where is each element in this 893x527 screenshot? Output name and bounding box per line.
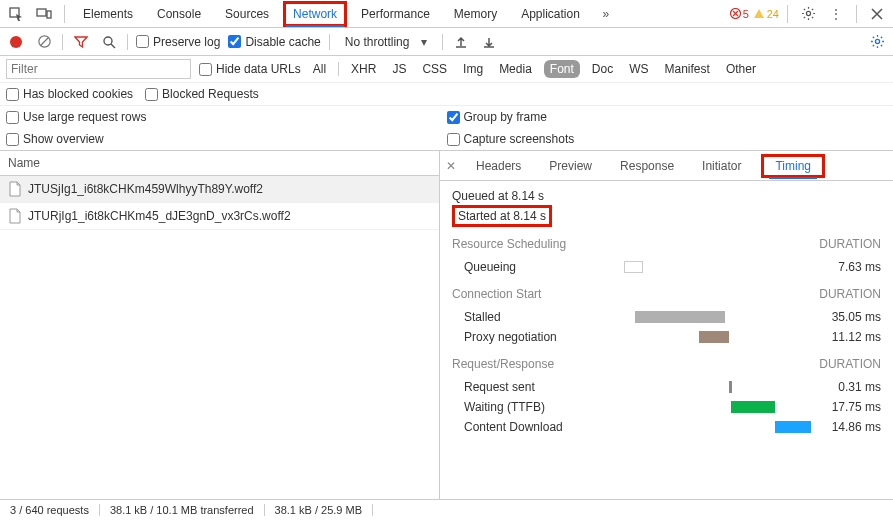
filter-type-css[interactable]: CSS bbox=[418, 60, 451, 78]
timing-row: Queueing7.63 ms bbox=[452, 257, 881, 277]
table-row[interactable]: JTUSjIg1_i6t8kCHKm459WlhyyTh89Y.woff2 bbox=[0, 176, 439, 203]
disable-cache-checkbox[interactable]: Disable cache bbox=[228, 35, 320, 49]
chevron-down-icon: ▾ bbox=[421, 35, 427, 49]
preserve-log-checkbox[interactable]: Preserve log bbox=[136, 35, 220, 49]
detail-tabbar: ✕ Headers Preview Response Initiator Tim… bbox=[440, 151, 893, 181]
hide-data-urls-checkbox[interactable]: Hide data URLs bbox=[199, 62, 301, 76]
download-har-icon[interactable] bbox=[479, 32, 499, 52]
filter-type-img[interactable]: Img bbox=[459, 60, 487, 78]
clear-icon[interactable] bbox=[34, 32, 54, 52]
extra-opts-row: Use large request rows Show overview Gro… bbox=[0, 106, 893, 151]
svg-rect-1 bbox=[37, 9, 46, 16]
timing-panel: Queued at 8.14 s Started at 8.14 s Resou… bbox=[440, 181, 893, 499]
close-details-icon[interactable]: ✕ bbox=[446, 159, 456, 173]
tab-application[interactable]: Application bbox=[511, 1, 590, 27]
filter-type-media[interactable]: Media bbox=[495, 60, 536, 78]
throttling-select[interactable]: No throttling ▾ bbox=[338, 32, 435, 52]
timing-row: Waiting (TTFB)17.75 ms bbox=[452, 397, 881, 417]
filter-type-font[interactable]: Font bbox=[544, 60, 580, 78]
record-button[interactable] bbox=[6, 32, 26, 52]
search-icon[interactable] bbox=[99, 32, 119, 52]
close-icon[interactable] bbox=[865, 2, 889, 26]
tab-sources[interactable]: Sources bbox=[215, 1, 279, 27]
request-list: Name JTUSjIg1_i6t8kCHKm459WlhyyTh89Y.wof… bbox=[0, 151, 440, 499]
filter-icon[interactable] bbox=[71, 32, 91, 52]
timing-row: Request sent0.31 ms bbox=[452, 377, 881, 397]
network-toolbar: Preserve log Disable cache No throttling… bbox=[0, 28, 893, 56]
timing-row: Content Download14.86 ms bbox=[452, 417, 881, 437]
tab-headers[interactable]: Headers bbox=[468, 153, 529, 179]
inspect-icon[interactable] bbox=[4, 2, 28, 26]
warning-badge[interactable]: 24 bbox=[753, 8, 779, 20]
tab-console[interactable]: Console bbox=[147, 1, 211, 27]
resources-size: 38.1 kB / 25.9 MB bbox=[265, 504, 373, 516]
requests-count: 3 / 640 requests bbox=[0, 504, 100, 516]
transferred-size: 38.1 kB / 10.1 MB transferred bbox=[100, 504, 265, 516]
tab-elements[interactable]: Elements bbox=[73, 1, 143, 27]
file-icon bbox=[8, 208, 22, 224]
more-tabs-icon[interactable]: » bbox=[594, 2, 618, 26]
filter-type-all[interactable]: All bbox=[309, 60, 330, 78]
settings-gear-icon[interactable] bbox=[867, 32, 887, 52]
svg-point-7 bbox=[875, 39, 879, 43]
timing-row: Proxy negotiation11.12 ms bbox=[452, 327, 881, 347]
show-overview-checkbox[interactable]: Show overview bbox=[6, 132, 447, 146]
filter-type-xhr[interactable]: XHR bbox=[347, 60, 380, 78]
file-icon bbox=[8, 181, 22, 197]
filter-type-manifest[interactable]: Manifest bbox=[661, 60, 714, 78]
blocked-requests-checkbox[interactable]: Blocked Requests bbox=[145, 87, 259, 101]
tab-memory[interactable]: Memory bbox=[444, 1, 507, 27]
filter-type-js[interactable]: JS bbox=[388, 60, 410, 78]
blocked-opts-row: Has blocked cookies Blocked Requests bbox=[0, 83, 893, 106]
svg-point-4 bbox=[806, 11, 810, 15]
tab-response[interactable]: Response bbox=[612, 153, 682, 179]
blocked-cookies-checkbox[interactable]: Has blocked cookies bbox=[6, 87, 133, 101]
started-at-label: Started at 8.14 s bbox=[452, 205, 552, 227]
svg-rect-2 bbox=[47, 11, 51, 18]
filter-input[interactable] bbox=[6, 59, 191, 79]
large-rows-checkbox[interactable]: Use large request rows bbox=[6, 110, 447, 124]
capture-screenshots-checkbox[interactable]: Capture screenshots bbox=[447, 132, 888, 146]
filter-type-other[interactable]: Other bbox=[722, 60, 760, 78]
tab-preview[interactable]: Preview bbox=[541, 153, 600, 179]
table-row[interactable]: JTURjIg1_i6t8kCHKm45_dJE3gnD_vx3rCs.woff… bbox=[0, 203, 439, 230]
gear-icon[interactable] bbox=[796, 2, 820, 26]
tab-timing[interactable]: Timing bbox=[761, 154, 825, 178]
filter-bar: Hide data URLs All XHR JS CSS Img Media … bbox=[0, 56, 893, 83]
tab-network[interactable]: Network bbox=[283, 1, 347, 27]
upload-har-icon[interactable] bbox=[451, 32, 471, 52]
queued-at-label: Queued at 8.14 s bbox=[452, 189, 881, 203]
error-badge[interactable]: 5 bbox=[730, 8, 749, 20]
timing-row: Stalled35.05 ms bbox=[452, 307, 881, 327]
filter-type-doc[interactable]: Doc bbox=[588, 60, 617, 78]
tab-initiator[interactable]: Initiator bbox=[694, 153, 749, 179]
devtools-tabbar: Elements Console Sources Network Perform… bbox=[0, 0, 893, 28]
group-frame-checkbox[interactable]: Group by frame bbox=[447, 110, 888, 124]
tab-performance[interactable]: Performance bbox=[351, 1, 440, 27]
svg-point-6 bbox=[104, 37, 112, 45]
filter-type-ws[interactable]: WS bbox=[625, 60, 652, 78]
name-column-header[interactable]: Name bbox=[0, 151, 439, 176]
kebab-icon[interactable]: ⋮ bbox=[824, 2, 848, 26]
device-toggle-icon[interactable] bbox=[32, 2, 56, 26]
status-bar: 3 / 640 requests 38.1 kB / 10.1 MB trans… bbox=[0, 499, 893, 519]
